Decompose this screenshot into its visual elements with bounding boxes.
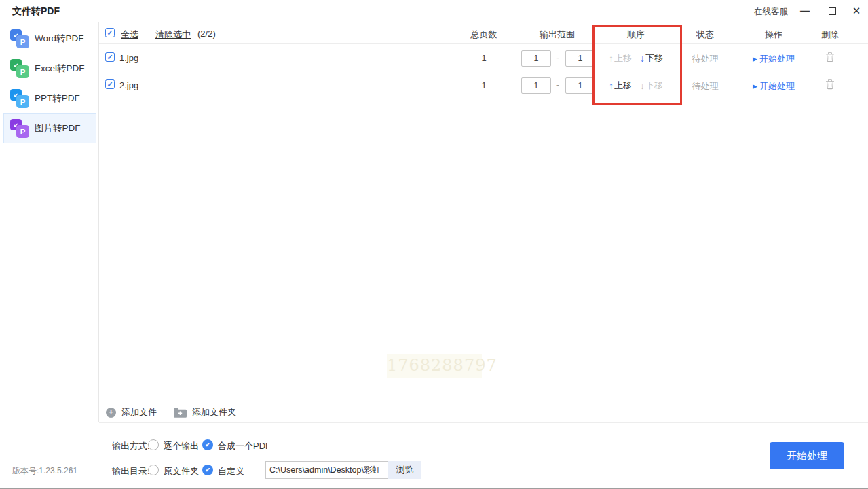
table-row: ✓ 2.jpg 1 - ↑ 上移 ↓ 下移 待处理 ▶ 开始处理 — [99, 71, 868, 98]
divider — [99, 24, 868, 24]
page-count: 1 — [481, 80, 486, 90]
divider — [99, 422, 868, 423]
table-row: ✓ 1.jpg 1 - ↑ 上移 ↓ 下移 待处理 ▶ 开始处理 — [99, 44, 868, 71]
column-header-status: 状态 — [696, 29, 714, 41]
word-to-pdf-icon: ↙ P — [10, 29, 29, 48]
clear-selected-link[interactable]: 清除选中 — [155, 29, 191, 41]
column-header-range: 输出范围 — [540, 29, 575, 41]
online-service-link[interactable]: 在线客服 — [754, 6, 788, 18]
image-to-pdf-icon: ↙ P — [10, 119, 29, 138]
sidebar-item-label: PPT转PDF — [35, 92, 80, 105]
close-button[interactable]: ✕ — [849, 3, 864, 18]
version-text: 版本号:1.23.5.261 — [12, 465, 77, 477]
radio-merge-pdf[interactable]: ✔ — [202, 439, 213, 450]
sidebar-item-label: Word转PDF — [35, 33, 84, 45]
folder-plus-icon — [174, 408, 187, 418]
output-mode-label: 输出方式: — [112, 440, 150, 452]
radio-individual-output[interactable] — [148, 439, 159, 450]
plus-circle-icon: + — [106, 408, 116, 418]
radio-original-folder[interactable] — [148, 465, 159, 475]
minimize-icon: — — [800, 5, 810, 16]
ppt-to-pdf-icon: ↙ P — [10, 89, 29, 108]
maximize-button[interactable] — [825, 3, 839, 18]
select-all-link[interactable]: 全选 — [121, 29, 138, 41]
maximize-icon — [829, 7, 836, 15]
move-up-button[interactable]: ↑ 上移 — [609, 79, 632, 92]
range-to-input[interactable] — [565, 50, 595, 67]
file-name: 1.jpg — [119, 53, 138, 63]
move-down-button[interactable]: ↓ 下移 — [640, 52, 663, 65]
range-to-input[interactable] — [565, 77, 595, 94]
excel-to-pdf-icon: ↙ P — [10, 59, 29, 78]
range-dash: - — [556, 53, 559, 62]
column-header-delete: 删除 — [821, 29, 839, 41]
doc-front-shape: P — [16, 65, 29, 78]
output-dir-label: 输出目录: — [112, 465, 150, 477]
page-count: 1 — [481, 53, 486, 63]
move-down-button[interactable]: ↓ 下移 — [640, 79, 663, 92]
arrow-down-icon: ↓ — [640, 80, 645, 91]
check-icon: ✓ — [107, 29, 113, 37]
column-header-pages: 总页数 — [471, 29, 497, 41]
selected-count: (2/2) — [197, 29, 216, 39]
sidebar-item-label: 图片转PDF — [35, 122, 81, 134]
radio-check-icon: ✔ — [205, 467, 210, 473]
sidebar-item-image-to-pdf[interactable]: ↙ P 图片转PDF — [3, 113, 96, 143]
arrow-up-icon: ↑ — [609, 80, 614, 91]
arrow-up-icon: ↑ — [609, 53, 614, 64]
divider — [99, 401, 868, 401]
column-header-order: 顺序 — [627, 29, 645, 41]
move-up-button[interactable]: ↑ 上移 — [609, 52, 632, 65]
doc-front-shape: P — [16, 125, 29, 138]
doc-front-shape: P — [16, 35, 29, 48]
check-icon: ✓ — [107, 54, 113, 61]
radio-custom-dir-label[interactable]: 自定义 — [218, 465, 244, 477]
watermark-text: 1768288797 — [387, 354, 482, 378]
app-title: 文件转PDF — [12, 5, 60, 18]
sidebar-item-ppt-to-pdf[interactable]: ↙ P PPT转PDF — [3, 84, 96, 113]
app-window: 文件转PDF 在线客服 — ✕ ↙ P Word转PDF ↙ P Excel转P… — [0, 0, 868, 489]
sidebar-item-word-to-pdf[interactable]: ↙ P Word转PDF — [3, 24, 96, 54]
status-text: 待处理 — [692, 53, 719, 65]
column-header-action: 操作 — [765, 29, 782, 41]
delete-trash-icon[interactable] — [825, 79, 835, 92]
range-from-input[interactable] — [521, 50, 551, 67]
play-icon: ▶ — [753, 83, 757, 90]
row-checkbox[interactable]: ✓ — [105, 52, 115, 62]
radio-custom-dir[interactable]: ✔ — [202, 465, 213, 475]
sidebar-item-excel-to-pdf[interactable]: ↙ P Excel转PDF — [3, 54, 96, 84]
doc-front-shape: P — [16, 95, 29, 108]
output-path-input[interactable] — [265, 461, 388, 479]
radio-individual-output-label[interactable]: 逐个输出 — [164, 440, 199, 452]
select-all-checkbox[interactable]: ✓ — [105, 28, 115, 37]
play-icon: ▶ — [753, 56, 757, 62]
row-checkbox[interactable]: ✓ — [105, 79, 115, 89]
range-from-input[interactable] — [521, 77, 551, 94]
start-process-link[interactable]: ▶ 开始处理 — [753, 53, 795, 65]
add-folder-button[interactable]: 添加文件夹 — [174, 406, 236, 418]
sidebar-item-label: Excel转PDF — [35, 62, 85, 75]
delete-trash-icon[interactable] — [825, 52, 835, 65]
start-processing-button[interactable]: 开始处理 — [770, 442, 844, 469]
close-icon: ✕ — [852, 5, 861, 17]
arrow-down-icon: ↓ — [640, 53, 645, 64]
start-process-link[interactable]: ▶ 开始处理 — [753, 80, 795, 92]
browse-button[interactable]: 浏览 — [388, 461, 421, 479]
add-file-button[interactable]: + 添加文件 — [106, 406, 157, 418]
radio-check-icon: ✔ — [205, 441, 210, 448]
file-name: 2.jpg — [119, 80, 138, 90]
minimize-button[interactable]: — — [797, 3, 812, 18]
radio-original-folder-label[interactable]: 原文件夹 — [164, 465, 199, 477]
status-text: 待处理 — [692, 80, 719, 92]
radio-merge-pdf-label[interactable]: 合成一个PDF — [218, 440, 271, 452]
check-icon: ✓ — [107, 81, 113, 88]
range-dash: - — [556, 80, 559, 90]
